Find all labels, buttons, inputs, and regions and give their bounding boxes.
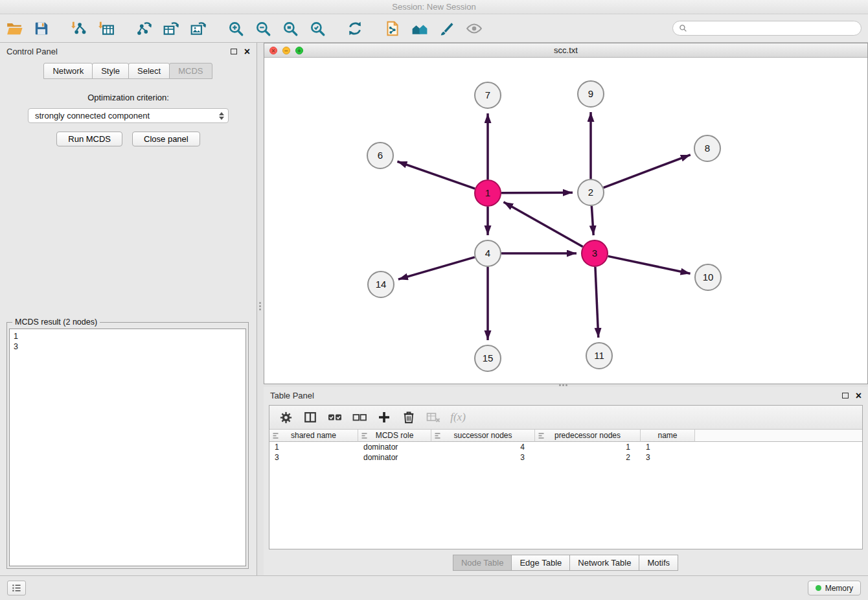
gear-icon: [279, 410, 293, 425]
hide-selected-button[interactable]: [463, 17, 486, 40]
column-sort-icon: [361, 432, 368, 439]
table-panel-tabs: Node Table Edge Table Network Table Moti…: [264, 555, 868, 571]
zoom-fit-button[interactable]: [279, 17, 302, 40]
search-input[interactable]: [691, 23, 855, 33]
deselect-all-rows-button[interactable]: [350, 408, 369, 427]
column-sort-icon: [272, 432, 279, 439]
toolbar-separator: [57, 28, 63, 29]
float-panel-icon[interactable]: [231, 49, 237, 54]
import-table-from-file-button[interactable]: [95, 17, 118, 40]
open-file-button[interactable]: [3, 17, 26, 40]
paint-style-button[interactable]: [435, 17, 459, 40]
column-header-name[interactable]: name: [641, 430, 695, 442]
mcds-result-list[interactable]: 1 3: [9, 329, 246, 566]
checked-boxes-icon: [327, 410, 343, 425]
delete-row-button[interactable]: [399, 408, 418, 427]
close-panel-icon[interactable]: ×: [244, 47, 250, 56]
vertical-splitter[interactable]: [257, 43, 264, 575]
graph-edge-2-3[interactable]: [591, 206, 593, 235]
toolbar-separator: [122, 28, 128, 29]
column-header-mcds-role[interactable]: MCDS role: [358, 430, 431, 442]
window-zoom-button[interactable]: +: [295, 47, 303, 54]
tab-select[interactable]: Select: [128, 63, 170, 79]
search-box[interactable]: [672, 21, 862, 36]
graph-node-label: 3: [592, 248, 597, 259]
row-filler: [695, 452, 862, 463]
close-panel-icon[interactable]: ×: [856, 391, 862, 400]
export-table-button[interactable]: [159, 17, 183, 40]
graph-node-label: 1: [485, 187, 490, 198]
window-minimize-button[interactable]: −: [282, 47, 290, 54]
network-graph-canvas[interactable]: 7968124314101511: [264, 58, 867, 384]
network-view-window: × − + scc.txt 7968124314101511: [264, 43, 868, 384]
document-network-icon: [384, 20, 401, 37]
tab-motifs[interactable]: Motifs: [639, 555, 678, 571]
function-builder-button[interactable]: f(x): [448, 408, 468, 427]
tab-network-table[interactable]: Network Table: [569, 555, 639, 571]
memory-button[interactable]: Memory: [808, 581, 861, 595]
export-network-button[interactable]: [132, 17, 155, 40]
columns-icon: [303, 410, 317, 424]
graph-edge-1-6[interactable]: [397, 161, 475, 189]
tab-network[interactable]: Network: [43, 63, 93, 79]
cell-successor-nodes: 4: [431, 442, 535, 452]
refresh-icon: [347, 20, 363, 37]
tab-node-table[interactable]: Node Table: [453, 555, 512, 571]
row-filler: [695, 442, 862, 452]
run-mcds-button[interactable]: Run MCDS: [56, 132, 122, 146]
column-header-shared-name[interactable]: shared name: [269, 430, 358, 442]
graph-edge-4-14[interactable]: [398, 257, 475, 279]
optimization-criterion-select[interactable]: strongly connected component: [28, 108, 229, 123]
window-titlebar: Session: New Session: [0, 0, 868, 14]
column-header-predecessor-nodes[interactable]: predecessor nodes: [535, 430, 641, 442]
cell-successor-nodes: 3: [431, 452, 535, 463]
tab-edge-table[interactable]: Edge Table: [511, 555, 570, 571]
export-image-button[interactable]: [187, 17, 210, 40]
network-window-title: scc.txt: [554, 45, 578, 55]
mcds-result-item: 3: [14, 341, 242, 352]
import-network-from-file-button[interactable]: [67, 17, 91, 40]
first-neighbors-button[interactable]: [381, 17, 404, 40]
table-row[interactable]: 1 dominator 4 1 1: [269, 442, 862, 452]
zoom-in-button[interactable]: [224, 17, 247, 40]
delete-table-icon: [426, 410, 441, 425]
apply-layout-button[interactable]: [343, 17, 367, 40]
select-all-rows-button[interactable]: [325, 408, 345, 427]
column-header-successor-nodes[interactable]: successor nodes: [431, 430, 535, 442]
graph-node-label: 4: [485, 248, 490, 259]
trash-icon: [402, 410, 416, 424]
graph-edge-1-2[interactable]: [501, 192, 573, 193]
list-icon: [12, 583, 21, 593]
show-all-networks-button[interactable]: [408, 17, 431, 40]
graph-node-label: 7: [485, 89, 490, 100]
control-panel: Control Panel × Network Style Select MCD…: [0, 43, 257, 575]
graph-edge-3-1[interactable]: [503, 202, 582, 247]
graph-edge-2-8[interactable]: [604, 155, 691, 188]
add-row-button[interactable]: [374, 408, 394, 427]
task-history-button[interactable]: [7, 581, 26, 595]
splitter-grip-icon: [259, 302, 261, 310]
cell-name: 1: [641, 442, 695, 452]
zoom-selected-icon: [309, 20, 326, 37]
delete-table-button[interactable]: [424, 408, 443, 427]
graph-node-label: 2: [588, 187, 593, 198]
cell-predecessor-nodes: 1: [535, 442, 641, 452]
status-bar: Memory: [0, 575, 868, 600]
float-panel-icon[interactable]: [842, 393, 849, 398]
window-close-button[interactable]: ×: [269, 47, 277, 54]
zoom-selected-button[interactable]: [306, 17, 329, 40]
zoom-out-button[interactable]: [251, 17, 275, 40]
tab-mcds[interactable]: MCDS: [169, 63, 212, 79]
cell-mcds-role: dominator: [358, 452, 431, 463]
table-settings-button[interactable]: [276, 408, 295, 427]
memory-status-icon: [816, 585, 821, 591]
tab-style[interactable]: Style: [92, 63, 129, 79]
save-session-button[interactable]: [30, 17, 53, 40]
graph-edge-3-11[interactable]: [595, 267, 599, 338]
table-row[interactable]: 3 dominator 3 2 3: [269, 452, 862, 463]
optimization-criterion-label: Optimization criterion:: [0, 93, 257, 102]
close-panel-button[interactable]: Close panel: [132, 132, 200, 146]
optimization-criterion-value: strongly connected component: [35, 111, 150, 121]
show-column-panel-button[interactable]: [301, 408, 320, 427]
graph-edge-3-10[interactable]: [608, 256, 691, 273]
